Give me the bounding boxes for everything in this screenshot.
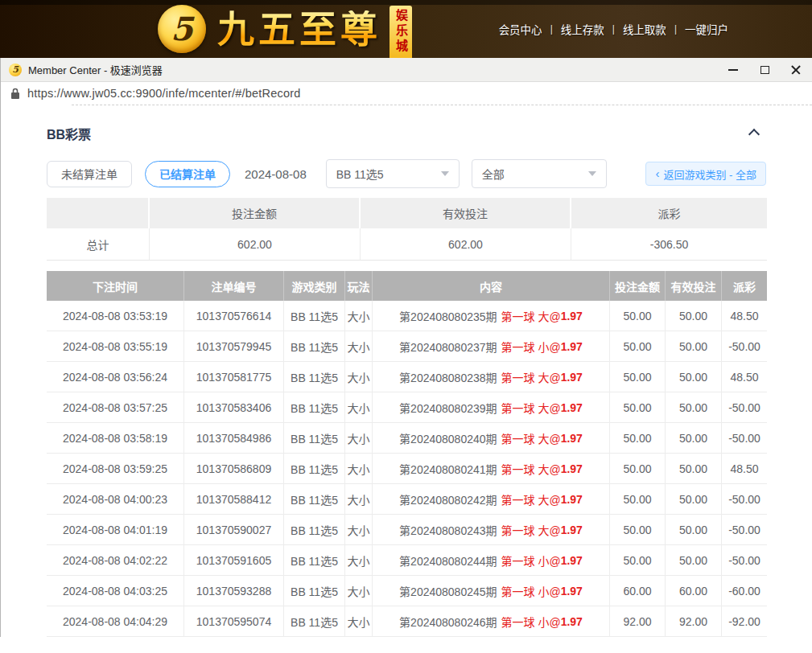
table-row: 2024-08-08 04:01:19 101370590027 BB 11选5…	[47, 515, 767, 545]
bet-content: 第202408080241期第一球 大@1.97	[373, 454, 610, 484]
bet-pick: 第一球 大@	[501, 522, 561, 538]
game-category: BB 11选5	[284, 515, 345, 545]
address-bar[interactable]: https://www.jw05.cc:9900/infe/mcenter/#/…	[1, 82, 812, 105]
bet-pick: 第一球 大@	[501, 369, 561, 385]
site-logo[interactable]: 5 九五至尊 娱乐城	[158, 0, 412, 58]
valid-bet: 50.00	[666, 454, 722, 484]
bet-content: 第202408080242期第一球 大@1.97	[373, 484, 610, 515]
payout: -92.00	[722, 606, 767, 637]
table-row: 2024-08-08 03:53:19 101370576614 BB 11选5…	[47, 301, 767, 331]
order-number: 101370590027	[184, 515, 284, 545]
summary-bet-amount: 602.00	[150, 228, 361, 261]
payout: 48.50	[722, 362, 767, 392]
bet-period: 第202408080235期	[399, 308, 497, 324]
banner-nav: 会员中心 | 线上存款 | 线上取款 | 一键归户	[499, 21, 728, 37]
back-to-category-button[interactable]: ‹ 返回游戏类别 - 全部	[645, 162, 766, 186]
chevron-down-icon	[441, 171, 449, 176]
scope-select-value: 全部	[482, 166, 505, 182]
bet-table-body: 2024-08-08 03:53:19 101370576614 BB 11选5…	[47, 301, 767, 637]
bet-pick: 第一球 小@	[501, 339, 561, 355]
header-payout: 派彩	[722, 271, 767, 301]
header-order-number: 注单编号	[184, 271, 284, 301]
bet-amount: 50.00	[610, 454, 666, 484]
bet-period: 第202408080244期	[399, 552, 497, 569]
play-type: 大小	[345, 392, 373, 423]
bet-record-page: BB彩票 未结算注单 已结算注单 2024-08-08 BB 11选5 全部 ‹…	[1, 124, 812, 637]
bet-pick: 第一球 小@	[501, 552, 561, 569]
settled-tab[interactable]: 已结算注单	[145, 161, 230, 187]
game-category: BB 11选5	[284, 392, 345, 423]
date-value[interactable]: 2024-08-08	[245, 167, 307, 181]
nav-member-center[interactable]: 会员中心	[499, 21, 542, 37]
game-category: BB 11选5	[284, 301, 345, 331]
bet-odds: 1.97	[561, 585, 583, 598]
maximize-icon	[760, 66, 769, 74]
bet-amount: 50.00	[610, 423, 666, 454]
bet-amount: 92.00	[610, 606, 666, 637]
minimize-button[interactable]	[727, 64, 740, 76]
table-row: 2024-08-08 04:03:25 101370593288 BB 11选5…	[47, 576, 767, 606]
chevron-down-icon	[588, 171, 596, 176]
play-type: 大小	[345, 362, 373, 392]
valid-bet: 92.00	[666, 606, 722, 637]
bet-time: 2024-08-08 03:56:24	[47, 362, 184, 392]
url-text[interactable]: https://www.jw05.cc:9900/infe/mcenter/#/…	[27, 87, 802, 100]
bet-content: 第202408080245期第一球 小@1.97	[373, 576, 610, 606]
chevron-up-icon	[748, 129, 760, 140]
unsettled-tab[interactable]: 未结算注单	[47, 161, 132, 187]
bet-pick: 第一球 小@	[501, 614, 561, 630]
header-bet-time: 下注时间	[47, 271, 184, 301]
payout: -60.00	[722, 576, 767, 606]
bet-period: 第202408080245期	[399, 583, 497, 599]
summary-header-valid-bet: 有效投注	[361, 198, 571, 228]
order-number: 101370595074	[184, 606, 284, 637]
order-number: 101370593288	[184, 576, 284, 606]
play-type: 大小	[345, 454, 373, 484]
order-number: 101370584986	[184, 423, 284, 454]
header-game-category: 游戏类别	[284, 271, 345, 301]
bet-amount: 50.00	[610, 362, 666, 392]
header-bet-amount: 投注金额	[610, 271, 666, 301]
nav-online-withdraw[interactable]: 线上取款	[623, 21, 666, 37]
bet-odds: 1.97	[561, 524, 583, 536]
valid-bet: 50.00	[666, 362, 722, 392]
bet-pick: 第一球 大@	[501, 400, 561, 416]
game-category: BB 11选5	[284, 576, 345, 606]
bet-period: 第202408080241期	[399, 461, 497, 477]
payout: -50.00	[722, 331, 767, 362]
bet-content: 第202408080244期第一球 小@1.97	[373, 545, 610, 576]
coin-number: 5	[171, 10, 193, 47]
order-number: 101370586809	[184, 454, 284, 484]
nav-separator: |	[612, 23, 615, 35]
table-row: 2024-08-08 03:59:25 101370586809 BB 11选5…	[47, 454, 767, 484]
bet-odds: 1.97	[561, 401, 583, 414]
bet-time: 2024-08-08 03:55:19	[47, 331, 184, 362]
bet-pick: 第一球 大@	[501, 461, 561, 477]
site-logo-badge: 娱乐城	[390, 6, 412, 58]
order-number: 101370581775	[184, 362, 284, 392]
bet-odds: 1.97	[561, 310, 583, 322]
game-category: BB 11选5	[284, 331, 345, 362]
nav-online-deposit[interactable]: 线上存款	[561, 21, 604, 37]
scope-select[interactable]: 全部	[472, 159, 607, 188]
payout: -50.00	[722, 423, 767, 454]
summary-header-empty	[47, 198, 150, 228]
summary-valid-bet: 602.00	[361, 228, 571, 261]
nav-one-key-transfer[interactable]: 一键归户	[685, 21, 728, 37]
table-row: 2024-08-08 03:55:19 101370579945 BB 11选5…	[47, 331, 767, 362]
bet-time: 2024-08-08 03:53:19	[47, 301, 184, 331]
bet-pick: 第一球 大@	[501, 430, 561, 446]
maximize-button[interactable]	[758, 64, 771, 76]
payout: 48.50	[722, 454, 767, 484]
lock-icon	[10, 88, 20, 100]
game-select[interactable]: BB 11选5	[326, 159, 460, 188]
valid-bet: 50.00	[666, 484, 722, 515]
game-category: BB 11选5	[284, 362, 345, 392]
bet-amount: 50.00	[610, 301, 666, 331]
play-type: 大小	[345, 301, 373, 331]
collapse-button[interactable]	[745, 125, 766, 142]
bet-odds: 1.97	[561, 340, 583, 353]
close-button[interactable]	[789, 64, 802, 76]
bet-odds: 1.97	[561, 554, 583, 567]
bet-content: 第202408080240期第一球 大@1.97	[373, 423, 610, 454]
